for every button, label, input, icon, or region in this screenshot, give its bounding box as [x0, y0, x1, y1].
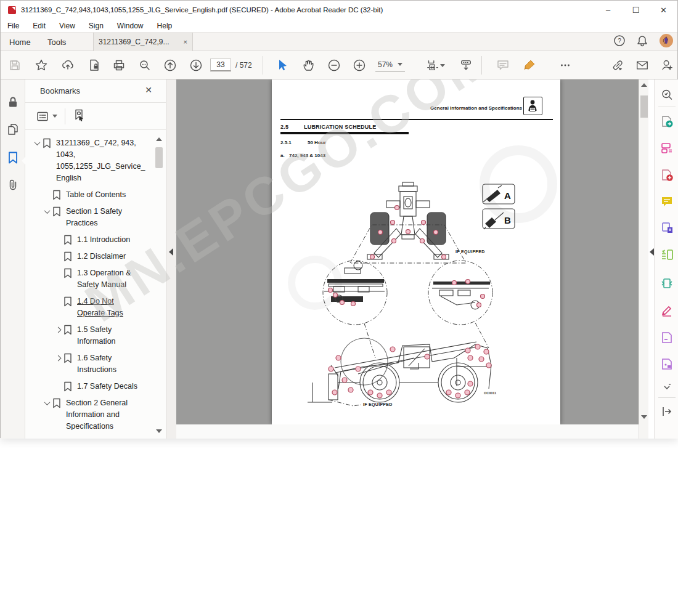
menu-file[interactable]: File	[1, 22, 26, 30]
previous-view-icon[interactable]	[163, 59, 177, 72]
signature-person-icon[interactable]	[660, 59, 674, 72]
chevron-right-icon[interactable]	[52, 352, 63, 364]
collapse-panel-icon[interactable]	[169, 248, 173, 256]
star-favorites-icon[interactable]	[35, 59, 48, 72]
bookmark-item[interactable]: Section 1 Safety Practices	[25, 206, 152, 229]
acrobat-window: 31211369_C_742,943,1043,1055,1255_JLG_Se…	[0, 0, 678, 438]
export-file-lock-icon[interactable]	[88, 59, 101, 72]
stamp-icon[interactable]	[660, 357, 674, 371]
bookmark-item[interactable]: Section 2 General Information and Specif…	[25, 397, 152, 430]
acrobat-app-icon	[8, 6, 16, 14]
more-tools-chevron-icon[interactable]	[660, 384, 674, 392]
highlight-icon[interactable]	[523, 59, 536, 72]
page-scrolling-icon[interactable]	[459, 59, 473, 72]
collapse-tools-panel-icon[interactable]	[650, 248, 654, 256]
maximize-button[interactable]: ☐	[622, 1, 650, 19]
comment-tool-icon[interactable]	[660, 195, 674, 208]
chevron-down-icon[interactable]	[439, 59, 446, 72]
help-icon[interactable]: ?	[613, 34, 626, 49]
bookmark-icon	[63, 234, 73, 246]
document-viewport[interactable]: General Information and Specifications 2…	[176, 79, 639, 424]
bookmark-item[interactable]: 1.3 Operation & Safety Manual	[25, 267, 152, 291]
select-tool-icon[interactable]	[276, 59, 289, 72]
print-icon[interactable]	[112, 59, 126, 72]
menu-edit[interactable]: Edit	[26, 22, 52, 30]
edit-pdf-icon[interactable]	[660, 141, 674, 155]
chevron-down-icon[interactable]	[41, 397, 52, 409]
zoom-out-icon[interactable]	[327, 59, 341, 72]
bookmark-icon	[52, 397, 62, 409]
bookmark-item[interactable]: 1.7 Safety Decals	[25, 381, 152, 392]
prepare-form-icon[interactable]	[660, 331, 674, 344]
bookmarks-options-menu[interactable]	[36, 110, 57, 123]
menu-view[interactable]: View	[52, 22, 82, 30]
figure-code: OC0011	[484, 391, 496, 395]
attachments-paperclip-icon[interactable]	[6, 178, 20, 192]
minimize-button[interactable]: –	[594, 1, 622, 19]
organize-pages-icon[interactable]	[660, 248, 674, 261]
create-pdf-icon[interactable]	[660, 168, 674, 182]
bookmark-icon	[63, 296, 73, 307]
search-icon[interactable]	[660, 88, 674, 102]
bookmarks-panel: Bookmarks ✕ 31211369_C_742, 943, 1043, 1…	[25, 79, 166, 439]
hand-tool-icon[interactable]	[301, 59, 315, 72]
bookmark-item[interactable]: Table of Contents	[25, 189, 152, 201]
fill-and-sign-icon[interactable]	[660, 304, 674, 317]
scrollbar-thumb[interactable]	[155, 147, 163, 168]
bookmarks-scrollbar[interactable]	[155, 137, 164, 433]
horizontal-scroll-area[interactable]	[176, 424, 639, 439]
fit-width-icon[interactable]	[426, 59, 439, 72]
page-number-input[interactable]	[210, 59, 231, 71]
document-scrollbar[interactable]	[639, 79, 648, 439]
zoom-control[interactable]: 57%	[375, 59, 405, 72]
compress-pdf-icon[interactable]	[660, 277, 674, 290]
bookmark-icon	[63, 267, 73, 279]
lock-icon[interactable]	[6, 95, 20, 109]
share-cloud-icon[interactable]	[61, 59, 75, 72]
find-icon[interactable]	[138, 59, 152, 72]
tab-close-icon[interactable]: ×	[184, 38, 187, 46]
share-link-icon[interactable]	[611, 59, 624, 72]
tools-panel	[654, 79, 678, 439]
scroll-up-icon[interactable]	[641, 83, 647, 87]
next-view-icon[interactable]	[189, 59, 203, 72]
scroll-down-icon[interactable]	[641, 415, 647, 419]
toolbar-separator	[263, 56, 263, 75]
menu-sign[interactable]: Sign	[82, 22, 110, 30]
combine-files-icon[interactable]	[660, 221, 674, 235]
expand-panel-icon[interactable]	[660, 405, 674, 418]
save-icon[interactable]	[8, 59, 22, 72]
bookmarks-options-row	[25, 103, 166, 130]
menu-help[interactable]: Help	[150, 22, 179, 30]
tab-tools[interactable]: Tools	[41, 33, 72, 51]
chevron-down-icon[interactable]	[31, 137, 43, 149]
current-bookmark-icon[interactable]	[73, 108, 86, 124]
zoom-in-icon[interactable]	[353, 59, 366, 72]
chevron-right-icon[interactable]	[52, 324, 63, 336]
bookmarks-close-icon[interactable]: ✕	[145, 85, 152, 95]
main-toolbar: / 572 57%	[1, 51, 677, 79]
tab-home[interactable]: Home	[3, 33, 37, 51]
scroll-down-icon[interactable]	[156, 429, 162, 433]
account-avatar[interactable]	[659, 33, 674, 51]
copy-pages-icon[interactable]	[6, 123, 20, 136]
chevron-down-icon[interactable]	[41, 206, 52, 217]
bookmarks-panel-icon[interactable]	[6, 151, 20, 164]
bookmark-item[interactable]: 1.2 Disclaimer	[25, 251, 152, 262]
send-mail-icon[interactable]	[635, 59, 649, 72]
scrollbar-thumb[interactable]	[640, 95, 648, 118]
bookmark-item[interactable]: 1.1 Introduction	[25, 234, 152, 246]
scroll-up-icon[interactable]	[156, 137, 162, 141]
menu-window[interactable]: Window	[110, 22, 150, 30]
bookmark-item[interactable]: 1.5 Safety Information	[25, 324, 152, 347]
export-pdf-icon[interactable]	[660, 115, 674, 128]
close-button[interactable]: ✕	[650, 1, 677, 19]
comment-icon[interactable]	[496, 59, 510, 72]
active-panel-notch	[22, 157, 25, 164]
bookmark-item[interactable]: 31211369_C_742, 943, 1043, 1055,1255_JLG…	[25, 137, 152, 184]
tab-document[interactable]: 31211369_C_742,9... ×	[93, 33, 193, 51]
bookmark-item-selected[interactable]: 1.4 Do Not Operate Tags	[25, 296, 152, 319]
bookmark-item[interactable]: 1.6 Safety Instructions	[25, 352, 152, 376]
more-tools-icon[interactable]	[558, 59, 572, 72]
notifications-bell-icon[interactable]	[636, 34, 648, 49]
